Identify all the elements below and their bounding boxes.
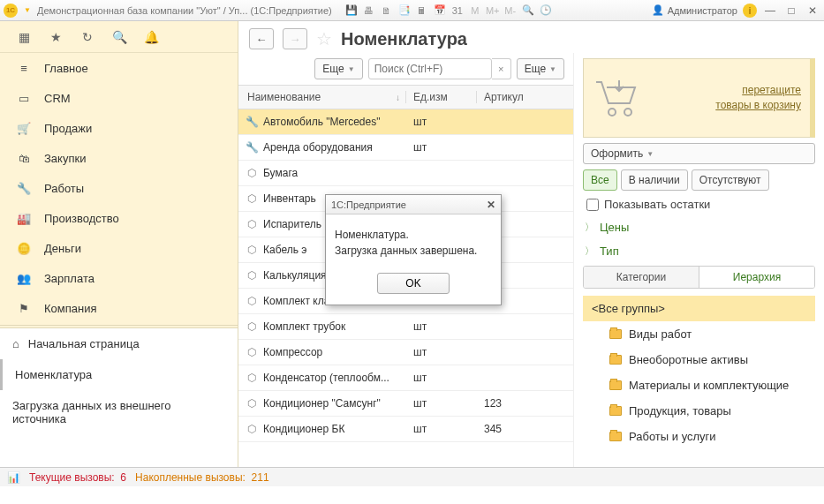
sidebar-item-money[interactable]: 🪙Деньги [0,233,238,263]
wrench-icon: 🔧 [246,141,258,154]
sidebar-item-label: Зарплата [44,272,94,285]
dialog-line2: Загрузка данных завершена. [335,243,492,259]
more-actions-button-1[interactable]: Еще▼ [314,58,362,79]
caret-down-icon: ▼ [549,65,556,73]
show-balances-input[interactable] [586,199,599,211]
notifications-bell-icon[interactable]: 🔔 [143,29,159,45]
sidebar-item-company[interactable]: ⚑Компания [0,293,238,323]
table-row[interactable]: ⬡Кондиционер БКшт345 [238,417,573,442]
table-row[interactable]: ⬡Кондиционер "Самсунг"шт123 [238,391,573,417]
search-nav-icon[interactable]: 🔍 [111,29,127,45]
sidebar-item-main[interactable]: ≡Главное [0,53,238,83]
checkout-button[interactable]: Оформить▼ [583,143,815,164]
tab-hierarchy[interactable]: Иерархия [699,267,814,288]
save-icon[interactable]: 💾 [344,4,359,18]
chevron-right-icon: 〉 [585,244,594,258]
clear-search-button[interactable]: × [492,58,511,79]
sidebar-open-nomenclature[interactable]: Номенклатура [0,359,238,390]
current-user[interactable]: 👤 Администратор [652,4,737,16]
table-row[interactable]: ⬡Комплект трубокшт [238,314,573,340]
tree-item[interactable]: <Все группы> [583,296,815,321]
date-icon[interactable]: 31 [450,4,465,18]
dialog-ok-button[interactable]: OK [377,273,450,294]
compare-icon[interactable]: 📑 [397,4,412,18]
more-actions-button-2[interactable]: Еще▼ [517,58,564,79]
history-nav-icon[interactable]: ↻ [79,29,95,45]
table-row[interactable]: ⬡Бумага [238,161,573,186]
titlebar: 1C ▼ Демонстрационная база компании "Уют… [0,0,824,21]
svg-point-1 [624,109,631,116]
perf-icon: 📊 [7,471,20,484]
sidebar-open-import[interactable]: Загрузка данных из внешнего источника [0,390,238,434]
dialog-close-button[interactable]: ✕ [487,199,495,211]
sidebar-item-salary[interactable]: 👥Зарплата [0,263,238,293]
maximize-button[interactable]: □ [783,4,799,18]
apps-grid-icon[interactable]: ▦ [16,29,32,45]
table-row[interactable]: 🔧Автомобиль "Mercedes"шт [238,109,573,135]
preview-icon[interactable]: 🗎 [380,4,394,18]
sidebar-home[interactable]: ⌂Начальная страница [0,328,238,359]
col-name[interactable]: Наименование↓ [238,91,406,103]
cube-icon: ⬡ [246,244,258,256]
cart-dropzone[interactable]: перетащите товары в корзину [583,58,815,138]
sidebar: ▦ ★ ↻ 🔍 🔔 ≡Главное ▭CRM 🛒Продажи 🛍Закупк… [0,21,238,467]
sidebar-item-label: CRM [44,92,71,105]
filter-missing-button[interactable]: Отсутствуют [692,169,769,191]
app-menu-dropdown-icon[interactable]: ▼ [23,6,32,15]
show-balances-checkbox[interactable]: Показывать остатки [583,196,815,213]
col-unit[interactable]: Ед.изм [406,91,477,103]
row-name: Компрессор [263,346,322,358]
memory-m-icon[interactable]: M [468,4,482,18]
row-unit: шт [406,423,477,435]
cube-icon: ⬡ [246,320,258,333]
folder-icon [609,380,622,390]
memory-mplus-icon[interactable]: M+ [486,4,500,18]
sidebar-item-sales[interactable]: 🛒Продажи [0,113,238,143]
tab-categories[interactable]: Категории [584,267,699,288]
sidebar-item-works[interactable]: 🔧Работы [0,173,238,203]
cube-icon: ⬡ [246,167,258,179]
section-type[interactable]: 〉Тип [583,242,815,260]
group-tree: <Все группы>Виды работВнеоборотные актив… [583,296,815,449]
calendar-icon[interactable]: 📅 [433,4,447,18]
table-header: Наименование↓ Ед.изм Артикул [238,85,573,109]
print-icon[interactable]: 🖶 [362,4,376,18]
sidebar-item-label: Продажи [44,122,92,135]
nav-forward-button[interactable]: → [283,28,307,49]
history-icon[interactable]: 🕒 [539,4,553,18]
filter-all-button[interactable]: Все [583,169,617,191]
row-unit: шт [406,346,477,358]
section-prices[interactable]: 〉Цены [583,218,815,237]
favorites-star-icon[interactable]: ★ [48,29,64,45]
sidebar-item-crm[interactable]: ▭CRM [0,83,238,113]
tree-item[interactable]: Внеоборотные активы [583,347,815,372]
search-input[interactable] [368,58,492,79]
cube-icon: ⬡ [246,192,258,205]
tree-item[interactable]: Виды работ [583,321,815,347]
table-row[interactable]: 🔧Аренда оборудованияшт [238,135,573,161]
nav-back-button[interactable]: ← [249,28,274,49]
close-button[interactable]: ✕ [805,4,820,18]
sidebar-item-production[interactable]: 🏭Производство [0,203,238,233]
tree-item[interactable]: Материалы и комплектующие [583,372,815,398]
home-icon: ⌂ [12,337,19,350]
memory-mminus-icon[interactable]: M- [503,4,518,18]
col-article[interactable]: Артикул [477,91,573,103]
row-unit: шт [406,116,477,128]
tree-item[interactable]: Продукция, товары [583,398,815,424]
minimize-button[interactable]: — [762,4,778,18]
table-row[interactable]: ⬡Компрессоршт [238,340,573,365]
row-unit: шт [406,397,477,410]
tree-item[interactable]: Работы и услуги [583,424,815,449]
tree-item-label: Внеоборотные активы [629,353,748,366]
calc-icon[interactable]: 🖩 [415,4,429,18]
sidebar-item-purchases[interactable]: 🛍Закупки [0,143,238,173]
table-row[interactable]: ⬡Конденсатор (теплообм...шт [238,365,573,391]
zoom-in-icon[interactable]: 🔍 [521,4,535,18]
status-accumulated-calls: Накопленные вызовы: 211 [135,471,269,484]
favorite-star-icon[interactable]: ☆ [316,28,332,49]
info-icon[interactable]: i [743,4,757,18]
sidebar-item-label: Начальная страница [28,337,140,350]
filter-instock-button[interactable]: В наличии [621,169,688,191]
tree-item-label: Виды работ [629,327,692,341]
